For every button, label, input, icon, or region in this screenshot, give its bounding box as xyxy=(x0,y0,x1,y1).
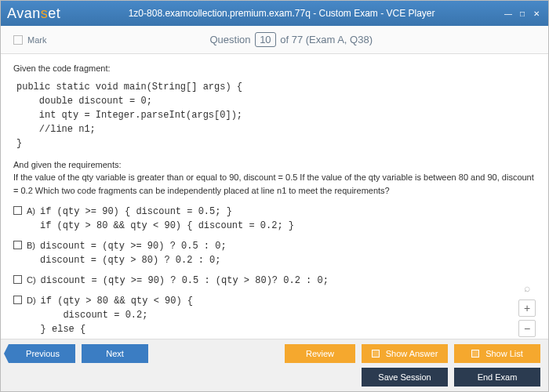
titlebar: Avanset 1z0-808.examcollection.premium.e… xyxy=(1,1,548,26)
save-session-label: Save Session xyxy=(378,372,431,382)
minimize-icon[interactable]: — xyxy=(503,9,514,18)
show-list-label: Show List xyxy=(485,349,523,358)
requirements: And given the requirements: If the value… xyxy=(13,158,536,198)
option-code: discount = (qty >= 90) ? 0.5 : 0; discou… xyxy=(40,239,227,267)
magnify-icon[interactable]: ⌕ xyxy=(518,279,536,296)
content-area: Given the code fragment: public static v… xyxy=(1,54,548,339)
app-window: Avanset 1z0-808.examcollection.premium.e… xyxy=(0,0,549,392)
next-button[interactable]: Next xyxy=(82,344,148,363)
previous-label: Previous xyxy=(26,349,60,358)
question-bar: Mark Question 10 of 77 (Exam A, Q38) xyxy=(1,26,548,54)
show-answer-label: Show Answer xyxy=(386,349,438,358)
option-c[interactable]: C) discount = (qty >= 90) ? 0.5 : (qty >… xyxy=(13,274,536,288)
mark-checkbox[interactable] xyxy=(13,35,23,45)
option-label: B) xyxy=(27,239,35,252)
logo-part-c: et xyxy=(48,5,60,21)
options: A) if (qty >= 90) { discount = 0.5; } if… xyxy=(13,205,536,339)
code-fragment: public static void main(String[] args) {… xyxy=(16,80,536,151)
option-label: A) xyxy=(27,205,35,218)
mark-label: Mark xyxy=(27,35,46,45)
logo-part-a: Avan xyxy=(7,5,41,21)
zoom-controls: ⌕ + − xyxy=(518,279,536,337)
option-label: C) xyxy=(27,274,36,287)
logo: Avanset xyxy=(7,5,60,22)
question-indicator: Question 10 of 77 (Exam A, Q38) xyxy=(46,34,536,45)
option-code: if (qty > 80 && qty < 90) { discount = 0… xyxy=(41,294,193,339)
option-code: discount = (qty >= 90) ? 0.5 : (qty > 80… xyxy=(41,274,329,288)
mark-section: Mark xyxy=(13,35,46,45)
review-label: Review xyxy=(306,349,334,358)
option-checkbox[interactable] xyxy=(13,275,22,284)
maximize-icon[interactable]: □ xyxy=(517,9,528,18)
requirements-body: If the value of the qty variable is grea… xyxy=(13,171,536,197)
window-controls: — □ ✕ xyxy=(503,9,542,18)
option-checkbox[interactable] xyxy=(13,206,22,215)
previous-button[interactable]: Previous xyxy=(9,344,75,363)
end-exam-button[interactable]: End Exam xyxy=(454,368,540,387)
window-title: 1z0-808.examcollection.premium.exam.77q … xyxy=(60,8,503,19)
logo-part-b: s xyxy=(41,5,49,21)
next-label: Next xyxy=(106,349,124,358)
footer: Previous Next Review Show Answer Show Li… xyxy=(1,339,548,391)
question-label: Question xyxy=(209,34,253,45)
close-icon[interactable]: ✕ xyxy=(531,9,542,18)
option-d[interactable]: D) if (qty > 80 && qty < 90) { discount … xyxy=(13,294,536,339)
zoom-out-button[interactable]: − xyxy=(518,320,536,337)
given-label: Given the code fragment: xyxy=(13,62,536,75)
show-list-check-icon xyxy=(471,350,479,358)
option-b[interactable]: B) discount = (qty >= 90) ? 0.5 : 0; dis… xyxy=(13,239,536,267)
review-button[interactable]: Review xyxy=(285,344,355,363)
end-exam-label: End Exam xyxy=(478,372,518,382)
footer-row-1: Previous Next Review Show Answer Show Li… xyxy=(9,344,540,363)
option-checkbox[interactable] xyxy=(13,241,22,249)
option-label: D) xyxy=(27,294,36,307)
zoom-in-button[interactable]: + xyxy=(518,299,536,317)
footer-row-2: Save Session End Exam xyxy=(9,368,540,387)
save-session-button[interactable]: Save Session xyxy=(362,368,448,387)
option-checkbox[interactable] xyxy=(13,296,22,304)
question-of-text: of 77 (Exam A, Q38) xyxy=(278,34,373,45)
option-code: if (qty >= 90) { discount = 0.5; } if (q… xyxy=(40,205,294,233)
question-number: 10 xyxy=(255,32,275,47)
requirements-header: And given the requirements: xyxy=(13,158,536,172)
show-list-button[interactable]: Show List xyxy=(454,344,540,363)
show-answer-button[interactable]: Show Answer xyxy=(362,344,448,363)
show-answer-check-icon xyxy=(372,350,380,358)
option-a[interactable]: A) if (qty >= 90) { discount = 0.5; } if… xyxy=(13,205,536,233)
